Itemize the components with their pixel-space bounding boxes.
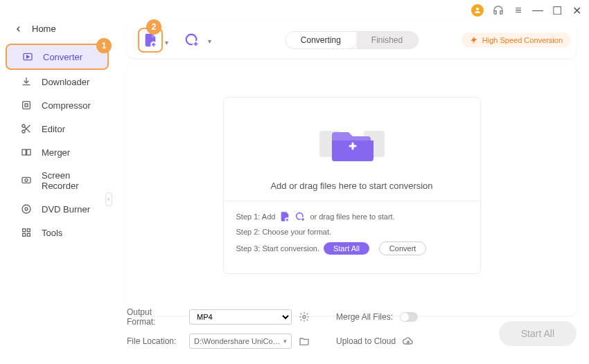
chevron-down-icon: ▾ (208, 37, 211, 45)
dropzone[interactable]: Add or drag files here to start conversi… (223, 97, 481, 274)
svg-rect-2 (23, 102, 30, 109)
sidebar-item-tools[interactable]: Tools (6, 221, 109, 244)
disc-icon (21, 203, 32, 215)
svg-rect-6 (27, 149, 30, 155)
download-icon (21, 76, 32, 87)
sidebar-item-dvd-burner[interactable]: DVD Burner (6, 197, 109, 221)
add-file-icon (143, 33, 158, 48)
merger-icon (21, 147, 32, 158)
start-all-button[interactable]: Start All (499, 321, 577, 346)
hsc-label: High Speed Conversion (482, 36, 563, 44)
merge-toggle[interactable] (400, 312, 418, 322)
svg-point-4 (22, 130, 25, 133)
toolbar: 2 ▾ ▾ Converting Finished High Speed Con… (127, 22, 577, 58)
upload-label: Upload to Cloud (336, 336, 396, 346)
step-badge-2: 2 (146, 19, 161, 35)
add-url-icon[interactable] (294, 211, 306, 222)
main-area: 2 ▾ ▾ Converting Finished High Speed Con… (114, 0, 589, 364)
add-url-icon (184, 33, 200, 48)
status-tabs: Converting Finished (285, 31, 419, 49)
grid-icon (21, 227, 32, 238)
cloud-icon[interactable] (403, 336, 414, 347)
svg-rect-11 (23, 229, 26, 232)
dropzone-text: Add or drag files here to start conversi… (224, 175, 480, 201)
chevron-down-icon: ▾ (165, 39, 168, 46)
high-speed-conversion-button[interactable]: High Speed Conversion (461, 33, 571, 48)
add-url-button[interactable]: ▾ (179, 28, 204, 53)
home-button[interactable]: Home (0, 18, 114, 44)
sidebar-item-compressor[interactable]: Compressor (6, 93, 109, 117)
svg-point-3 (22, 125, 25, 127)
sidebar-item-editor[interactable]: Editor (6, 117, 109, 140)
add-file-button[interactable]: 2 ▾ (138, 28, 163, 53)
svg-rect-5 (22, 149, 26, 155)
sidebar-item-downloader[interactable]: Downloader (6, 70, 109, 93)
step-2: Step 2: Choose your format. (236, 228, 468, 236)
home-label: Home (32, 24, 56, 34)
nav-label: DVD Burner (42, 204, 90, 215)
folder-icon[interactable] (299, 336, 310, 347)
tab-finished[interactable]: Finished (356, 32, 418, 48)
svg-point-8 (25, 179, 28, 181)
svg-point-10 (25, 208, 28, 210)
svg-rect-14 (27, 233, 30, 236)
sidebar-item-converter[interactable]: Converter 1 (6, 44, 109, 70)
step-1: Step 1: Add or drag files here to start. (236, 211, 468, 222)
output-format-select[interactable]: MP4 (189, 309, 292, 325)
folder-illustration (224, 98, 480, 175)
start-all-pill[interactable]: Start All (324, 242, 369, 255)
file-location-select[interactable]: D:\Wondershare UniConverter 1 ▾ (189, 334, 292, 349)
tab-converting[interactable]: Converting (285, 32, 356, 48)
nav-label: Merger (42, 147, 70, 158)
nav-label: Tools (42, 228, 62, 238)
sidebar: Home Converter 1 Downloader Compressor E… (0, 0, 114, 364)
output-format-label: Output Format: (127, 307, 182, 327)
sidebar-collapse-handle[interactable] (105, 192, 112, 206)
nav-label: Converter (43, 52, 82, 62)
sidebar-item-screen-recorder[interactable]: Screen Recorder (6, 164, 109, 197)
svg-point-23 (303, 316, 306, 318)
step-badge-1: 1 (96, 38, 112, 53)
nav-label: Screen Recorder (42, 170, 100, 191)
back-icon (15, 26, 22, 33)
scissors-icon (21, 123, 32, 134)
svg-rect-7 (22, 177, 30, 183)
step-3: Step 3: Start conversion. Start All Conv… (236, 242, 468, 255)
convert-pill[interactable]: Convert (379, 242, 427, 255)
sidebar-item-merger[interactable]: Merger (6, 140, 109, 164)
recorder-icon (21, 175, 32, 186)
converter-icon (22, 51, 33, 62)
content-panel: Add or drag files here to start conversi… (127, 64, 577, 316)
merge-label: Merge All Files: (336, 312, 393, 322)
nav-label: Editor (42, 124, 65, 134)
svg-rect-13 (23, 233, 26, 236)
steps-panel: Step 1: Add or drag files here to start.… (224, 201, 480, 255)
svg-rect-12 (27, 229, 30, 232)
nav-label: Downloader (42, 77, 89, 87)
add-file-icon[interactable] (279, 211, 290, 222)
compressor-icon (21, 100, 32, 111)
file-location-label: File Location: (127, 336, 182, 346)
svg-point-9 (22, 205, 30, 213)
settings-icon[interactable] (299, 311, 310, 322)
nav-label: Compressor (42, 100, 91, 111)
lightning-icon (470, 36, 478, 44)
